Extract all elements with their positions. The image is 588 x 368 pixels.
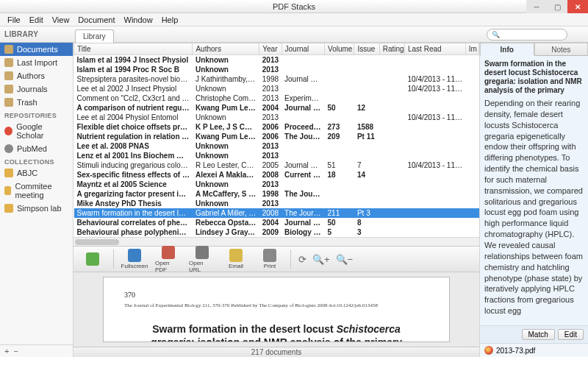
sidebar-item-authors[interactable]: Authors — [0, 69, 73, 82]
info-title: Swarm formation in the desert locust Sch… — [480, 56, 588, 96]
window-title: PDF Stacks — [273, 2, 315, 11]
url-icon — [196, 246, 209, 259]
col-authors[interactable]: Authors — [193, 43, 259, 55]
table-row[interactable]: Flexible diet choice offsets protein c…K… — [74, 122, 479, 132]
col-issue[interactable]: Issue — [354, 43, 379, 55]
doc-icon — [4, 45, 13, 54]
col-journal[interactable]: Journal — [282, 43, 325, 55]
col-title[interactable]: Title — [74, 43, 193, 55]
library-heading: LIBRARY — [0, 30, 74, 38]
tab-info[interactable]: Info — [480, 43, 534, 56]
window-maximize[interactable]: ▢ — [547, 0, 567, 13]
table-row[interactable]: Sex-specific fitness effects of nutrie…A… — [74, 170, 479, 180]
open-url-button[interactable]: Open URL — [189, 246, 215, 273]
table-scrollbar[interactable] — [74, 237, 479, 246]
folder-icon — [4, 186, 11, 195]
info-panel: Info Notes Swarm formation in the desert… — [479, 43, 588, 357]
sidebar-item-google-scholar[interactable]: Google Scholar — [0, 120, 73, 142]
menu-help[interactable]: Help — [157, 14, 183, 26]
window-close[interactable]: ✕ — [567, 0, 588, 13]
doc-icon — [4, 98, 13, 107]
tab-notes[interactable]: Notes — [534, 43, 589, 56]
paper-title: Swarm formation in the desert locust Sch… — [132, 322, 421, 342]
print-icon — [263, 249, 276, 262]
menu-window[interactable]: Window — [120, 14, 157, 26]
section-repositories: REPOSITORIES — [0, 109, 73, 120]
sidebar-item-committee[interactable]: Commitee meeting — [0, 180, 73, 202]
table-row[interactable]: A comparison of nutrient regulation …Kwa… — [74, 103, 479, 113]
col-year[interactable]: Year — [259, 43, 282, 55]
sidebar-item-trash[interactable]: Trash — [0, 96, 73, 109]
page-number: 370 — [124, 291, 429, 299]
doc-icon — [4, 85, 13, 93]
chrome-icon — [484, 346, 493, 355]
menu-view[interactable]: View — [48, 14, 74, 26]
folder-icon — [4, 204, 13, 213]
menu-file[interactable]: File — [3, 14, 25, 26]
table-row[interactable]: Behavioural phase polyphenism in th…Lind… — [74, 227, 479, 237]
table-row[interactable]: Strepsiptera parasites-novel biocontrol…… — [74, 74, 479, 84]
print-button[interactable]: Print — [257, 249, 283, 269]
col-rating[interactable]: Rating — [379, 43, 404, 55]
documents-table: TitleAuthorsYearJournalVolumeIssueRating… — [74, 43, 479, 237]
table-row[interactable]: Lee et al 2002 J Insect PhysiolUnknown20… — [74, 84, 479, 93]
sidebar-item-last-import[interactable]: Last Import — [0, 56, 73, 69]
zoom-in-button[interactable]: 🔍+ — [312, 254, 330, 265]
pdf-preview[interactable]: 370 The Journal of Experimental Biology … — [74, 272, 479, 347]
email-button[interactable]: Email — [223, 249, 249, 269]
table-row[interactable]: Islam et al 1994 Proc R Soc BUnknown2013 — [74, 65, 479, 74]
email-icon — [229, 249, 243, 262]
table-row[interactable]: Nutrient regulation in relation to die…K… — [74, 132, 479, 141]
menu-document[interactable]: Document — [74, 14, 119, 26]
preview-toolbar: Fullscreen Open PDF Open URL Email Print… — [74, 246, 479, 272]
table-row[interactable]: Stimuli inducing gregarious colouratio…R… — [74, 160, 479, 170]
add-collection-button[interactable]: + — [4, 347, 9, 355]
table-row[interactable]: Mike Anstey PhD ThesisUnknown2013 — [74, 199, 479, 208]
menu-edit[interactable]: Edit — [25, 14, 48, 26]
journal-info: The Journal of Experimental Biology 211,… — [124, 303, 429, 309]
sidebar: DocumentsLast ImportAuthorsJournalsTrash… — [0, 43, 74, 357]
doc-icon — [4, 58, 13, 67]
table-row[interactable]: Lenz et al 2001 Ins Biochem Mol BiolUnkn… — [74, 151, 479, 160]
open-pdf-button[interactable]: Open PDF — [155, 246, 182, 273]
search-input[interactable]: 🔍 — [487, 29, 567, 40]
scholar-icon — [4, 127, 12, 135]
info-abstract: Depending on their rearing density, fema… — [480, 96, 588, 325]
doc-icon — [4, 71, 13, 80]
table-row[interactable]: Swarm formation in the desert locus…Gabr… — [74, 208, 479, 218]
folder-icon — [4, 169, 13, 177]
section-collections: COLLECTIONS — [0, 155, 73, 166]
fullscreen-button[interactable]: Fullscreen — [121, 249, 148, 269]
col-last-read[interactable]: Last Read — [405, 43, 466, 55]
zoom-out-button[interactable]: 🔍− — [336, 254, 354, 265]
sidebar-item-pubmed[interactable]: PubMed — [0, 142, 73, 155]
table-row[interactable]: Lee et al 2004 Physiol EntomolUnknown201… — [74, 113, 479, 122]
sidebar-item-journals[interactable]: Journals — [0, 82, 73, 96]
search-icon: 🔍 — [492, 31, 500, 38]
col-im[interactable]: Im — [465, 43, 478, 55]
match-button[interactable]: Match — [522, 329, 555, 340]
sidebar-item-documents[interactable]: Documents — [0, 43, 73, 56]
tab-library[interactable]: Library — [75, 29, 114, 43]
status-bar: 217 documents — [74, 347, 479, 357]
edit-button[interactable]: Edit — [558, 329, 584, 340]
file-name-row[interactable]: 2013-73.pdf — [480, 343, 588, 357]
table-row[interactable]: Islam et al 1994 J Insect PhysiolUnknown… — [74, 55, 479, 66]
table-row[interactable]: Behavioural correlates of phenotypic…Reb… — [74, 218, 479, 227]
pubmed-icon — [4, 144, 13, 153]
plus-icon — [86, 252, 99, 266]
table-row[interactable]: A gregarizing factor present in the e…A … — [74, 189, 479, 199]
file-name: 2013-73.pdf — [496, 347, 535, 355]
table-row[interactable]: Comment on "Ccl2, Cx3cr1 and Ccl2/Cx…Chr… — [74, 93, 479, 103]
sidebar-item-abjc[interactable]: ABJC — [0, 166, 73, 180]
col-volume[interactable]: Volume — [325, 43, 354, 55]
remove-collection-button[interactable]: − — [13, 347, 18, 355]
table-row[interactable]: Mayntz et al 2005 ScienceUnknown2013 — [74, 180, 479, 189]
sidebar-item-simpson[interactable]: Simpson lab — [0, 202, 73, 215]
window-minimize[interactable]: ─ — [526, 0, 547, 13]
fullscreen-icon — [128, 249, 141, 262]
table-row[interactable]: Lee et al. 2008 PNASUnknown2013 — [74, 141, 479, 151]
rotate-button[interactable]: ⟳ — [298, 254, 306, 265]
add-button[interactable] — [79, 252, 106, 266]
menubar: File Edit View Document Window Help — [0, 13, 588, 26]
